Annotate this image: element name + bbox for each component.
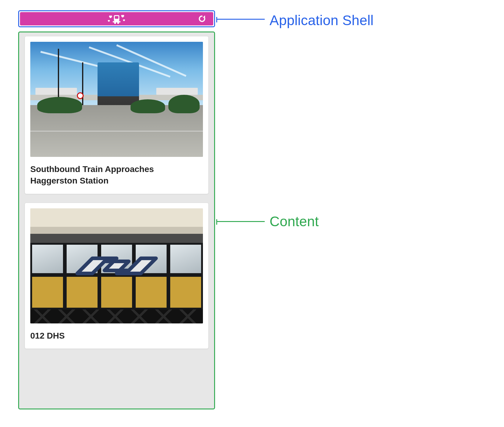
- card-title: 012 DHS: [30, 330, 203, 342]
- annotation-leader: [216, 221, 265, 222]
- app-shell-outline: [18, 10, 215, 27]
- app-shell-bar: [20, 12, 213, 25]
- card-image: [30, 42, 203, 157]
- train-hearts-icon: [106, 13, 127, 24]
- svg-point-2: [114, 22, 116, 24]
- card-image: [30, 208, 203, 323]
- content-card[interactable]: Southbound Train Approaches Haggerston S…: [25, 36, 209, 194]
- content-outline: Southbound Train Approaches Haggerston S…: [18, 31, 215, 409]
- ns-logo-icon: [71, 246, 162, 290]
- annotation-label-shell: Application Shell: [270, 12, 374, 28]
- svg-rect-1: [113, 21, 121, 22]
- annotation-leader: [216, 19, 265, 20]
- svg-rect-4: [115, 16, 118, 19]
- content-card[interactable]: 012 DHS: [25, 203, 209, 349]
- annotation-label-content: Content: [270, 213, 319, 230]
- card-title: Southbound Train Approaches Haggerston S…: [30, 164, 203, 187]
- diagram-stage: Southbound Train Approaches Haggerston S…: [18, 10, 485, 413]
- refresh-button[interactable]: [197, 14, 207, 23]
- svg-point-3: [117, 22, 119, 24]
